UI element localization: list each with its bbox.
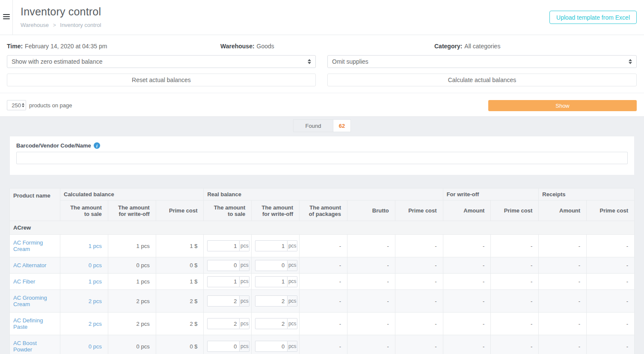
unit-addon: pcs	[288, 260, 297, 271]
col-group-calculated-balance: Calculated balance	[60, 189, 204, 201]
calc-writeoff-cell-value: 1	[137, 243, 139, 249]
writeoff-prime-cost-cell: -	[491, 335, 539, 354]
per-page-bar: 250 products on page Show	[0, 93, 644, 117]
menu-icon[interactable]	[3, 14, 10, 19]
reset-balances-button[interactable]: Reset actual balances	[7, 74, 316, 86]
balance-filter-select[interactable]: Show with zero estimated balance	[7, 55, 316, 68]
select-arrows-icon	[22, 103, 24, 107]
col-group-for-write-off: For write-off	[443, 189, 539, 201]
writeoff-amount-cell: -	[443, 290, 491, 313]
real-sale-input[interactable]	[207, 341, 240, 352]
real-sale-input[interactable]	[207, 295, 240, 307]
calc-sale-cell-value: 1	[89, 243, 92, 249]
calc-prime-cost-cell: 0 $	[156, 335, 204, 354]
table-row: AC Grooming Cream2 pcs2 pcs2 $pcspcs----…	[10, 290, 635, 313]
calc-sale-cell-value: 0	[89, 343, 92, 350]
top-bar: Inventory control Warehouse > Inventory …	[0, 0, 644, 35]
real-sale-input[interactable]	[207, 240, 240, 251]
calc-sale-cell-value: 0	[89, 262, 92, 268]
receipts-prime-cost-cell: -	[587, 235, 635, 257]
tab-found[interactable]: Found	[293, 119, 333, 132]
real-writeoff-cell: pcs	[252, 235, 300, 257]
real-sale-input[interactable]	[207, 260, 240, 271]
receipts-prime-cost-cell: -	[587, 313, 635, 335]
real-prime-cost-cell: -	[395, 290, 443, 313]
real-writeoff-input[interactable]	[255, 260, 288, 271]
unit-label: $	[194, 343, 197, 350]
real-writeoff-input[interactable]	[255, 276, 288, 287]
product-link[interactable]: AC Grooming Cream	[13, 295, 47, 307]
supplies-filter-select[interactable]: Omit supplies	[327, 55, 637, 68]
product-link[interactable]: AC Boost Powder	[13, 340, 37, 353]
calc-sale-cell: 2 pcs	[60, 290, 108, 313]
show-button[interactable]: Show	[488, 100, 637, 111]
unit-addon: pcs	[240, 318, 249, 329]
packages-cell: -	[300, 274, 347, 290]
real-writeoff-cell: pcs	[252, 274, 300, 290]
writeoff-prime-cost-cell: -	[491, 313, 539, 335]
filters-section: Time:February 14, 2020 at 04:35 pm Wareh…	[0, 35, 644, 93]
unit-addon: pcs	[240, 240, 249, 251]
real-writeoff-cell: pcs	[252, 257, 300, 274]
calculate-balances-button[interactable]: Calculate actual balances	[327, 74, 637, 86]
table-row: AC Forming Cream1 pcs1 pcs1 $pcspcs-----…	[10, 235, 635, 257]
col-calc-amount-to-sale: The amount to sale	[60, 201, 108, 221]
time-label: Time:	[7, 43, 23, 50]
real-prime-cost-cell: -	[395, 335, 443, 354]
real-sale-input[interactable]	[207, 318, 240, 329]
unit-addon: pcs	[288, 318, 297, 329]
per-page-select[interactable]: 250	[7, 100, 26, 110]
real-writeoff-input[interactable]	[255, 341, 288, 352]
real-sale-input[interactable]	[207, 276, 240, 287]
real-writeoff-cell: pcs	[252, 335, 300, 354]
real-writeoff-input[interactable]	[255, 240, 288, 251]
calc-sale-cell-value: 1	[89, 278, 92, 285]
real-sale-cell: pcs	[204, 335, 252, 354]
real-sale-cell: pcs	[204, 274, 252, 290]
calc-writeoff-cell: 1 pcs	[108, 235, 156, 257]
calc-writeoff-cell-value: 0	[137, 343, 139, 350]
receipts-amount-cell: -	[539, 257, 587, 274]
found-count-badge[interactable]: 62	[333, 119, 351, 132]
balance-filter-value: Show with zero estimated balance	[12, 58, 308, 65]
results-area: Found 62 Barcode/Vendor Code/Name i Prod…	[0, 117, 644, 354]
unit-label: pcs	[93, 298, 102, 304]
unit-label: pcs	[141, 298, 149, 304]
real-sale-cell: pcs	[204, 290, 252, 313]
unit-label: $	[194, 243, 197, 249]
breadcrumb-separator: >	[53, 22, 56, 28]
breadcrumb-warehouse[interactable]: Warehouse	[21, 22, 49, 28]
col-calc-prime-cost: Prime cost	[156, 201, 204, 221]
upload-template-button[interactable]: Upload template from Excel	[549, 11, 637, 24]
product-link[interactable]: AC Defining Paste	[13, 317, 43, 330]
col-receipts-prime-cost: Prime cost	[587, 201, 635, 221]
table-sub-header-row: The amount to sale The amount for write-…	[10, 201, 635, 221]
col-group-receipts: Receipts	[539, 189, 635, 201]
product-link[interactable]: AC Fiber	[13, 278, 35, 285]
unit-label: pcs	[93, 321, 102, 327]
receipts-amount-cell: -	[539, 290, 587, 313]
writeoff-amount-cell: -	[443, 235, 491, 257]
brutto-cell: -	[347, 274, 395, 290]
product-link[interactable]: AC Forming Cream	[13, 239, 43, 252]
unit-addon: pcs	[288, 341, 297, 352]
search-input[interactable]	[16, 152, 628, 164]
calc-writeoff-cell-value: 2	[137, 298, 139, 304]
unit-label: pcs	[141, 278, 149, 285]
product-link[interactable]: AC Alternator	[13, 262, 46, 268]
real-writeoff-cell: pcs	[252, 290, 300, 313]
warehouse-label: Warehouse:	[220, 43, 255, 50]
product-cell: AC Alternator	[10, 257, 60, 274]
real-writeoff-input[interactable]	[255, 295, 288, 307]
receipts-amount-cell: -	[539, 313, 587, 335]
unit-label: $	[194, 321, 197, 327]
calc-writeoff-cell: 2 pcs	[108, 313, 156, 335]
category-row: ACrew	[10, 221, 635, 235]
nav-strip	[0, 0, 13, 35]
col-writeoff-amount: Amount	[443, 201, 491, 221]
breadcrumb: Warehouse > Inventory control	[21, 22, 101, 28]
real-writeoff-input[interactable]	[255, 318, 288, 329]
info-icon[interactable]: i	[94, 142, 100, 149]
unit-addon: pcs	[288, 276, 297, 287]
real-prime-cost-cell: -	[395, 313, 443, 335]
